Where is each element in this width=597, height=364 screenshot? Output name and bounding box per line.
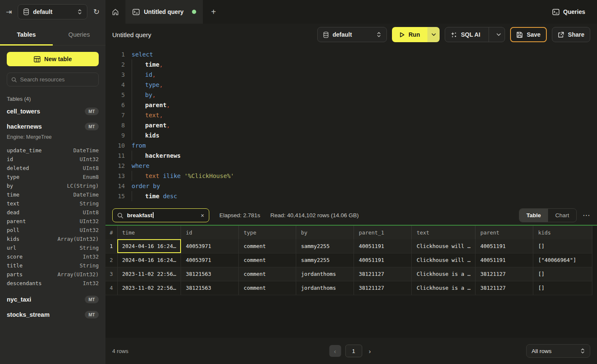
result-cell[interactable]: 2023-11-02 22:56… <box>117 267 181 281</box>
result-cell[interactable]: Clickhouse will … <box>412 253 475 267</box>
editor-line[interactable]: 12where <box>105 161 597 171</box>
result-cell[interactable]: 38121563 <box>181 267 239 281</box>
editor-line[interactable]: 3id, <box>105 70 597 80</box>
table-column-row: timeDateTime <box>0 190 105 199</box>
row-number[interactable]: 3 <box>105 267 117 281</box>
sql-editor[interactable]: 1select2time,3id,4type,5by,6parent,7text… <box>105 46 597 206</box>
more-options-icon[interactable]: ⋯ <box>583 211 590 220</box>
editor-line[interactable]: 15time desc <box>105 191 597 201</box>
result-header-cell[interactable]: parent <box>475 226 533 239</box>
result-cell[interactable]: 40051191 <box>354 253 412 267</box>
result-cell[interactable]: Clickhouse is a … <box>412 267 475 281</box>
result-cell[interactable]: jordanthoms <box>296 281 354 295</box>
result-cell[interactable]: Clickhouse will … <box>412 239 475 253</box>
result-cell[interactable]: Clickhouse is a … <box>412 281 475 295</box>
code-text: order by <box>132 181 160 191</box>
results-search[interactable]: breakfast × <box>112 208 209 222</box>
result-cell[interactable]: comment <box>239 281 296 295</box>
result-cell[interactable]: 38121563 <box>181 281 239 295</box>
queries-button[interactable]: Queries <box>552 0 597 24</box>
view-toggle-table[interactable]: Table <box>519 209 548 222</box>
new-table-button[interactable]: New table <box>7 52 99 66</box>
run-options-button[interactable] <box>427 27 440 42</box>
result-header-cell[interactable]: id <box>181 226 239 239</box>
result-cell[interactable]: 40053971 <box>181 253 239 267</box>
result-cell[interactable]: 2023-11-02 22:56… <box>117 281 181 295</box>
page-number-input[interactable]: 1 <box>345 345 362 357</box>
sidebar-table-row[interactable]: stocks_streamMT <box>0 307 105 322</box>
sidebar-tab-queries[interactable]: Queries <box>53 24 105 45</box>
query-database-selector[interactable]: default <box>317 27 387 42</box>
sidebar-search[interactable] <box>7 73 99 86</box>
editor-line[interactable]: 13text ilike '%ClickHouse%' <box>105 171 597 181</box>
result-cell[interactable]: sammy2255 <box>296 253 354 267</box>
save-button[interactable]: Save <box>510 27 547 42</box>
sidebar-table-row[interactable]: hackernewsMT <box>0 119 105 134</box>
page-size-selector[interactable]: All rows <box>526 344 590 358</box>
row-number[interactable]: 1 <box>105 239 117 253</box>
editor-line[interactable]: 10from <box>105 140 597 151</box>
results-search-input[interactable]: breakfast <box>127 212 197 218</box>
new-tab-button[interactable]: + <box>203 0 224 24</box>
result-cell[interactable]: 2024-04-16 16:24… <box>117 253 181 267</box>
result-cell[interactable]: comment <box>239 239 296 253</box>
result-header-cell[interactable]: parent_1 <box>354 226 412 239</box>
editor-line[interactable]: 11hackernews <box>105 151 597 161</box>
sidebar-tab-tables[interactable]: Tables <box>0 24 53 45</box>
result-cell[interactable]: 38121127 <box>475 267 533 281</box>
home-button[interactable] <box>105 0 126 24</box>
sql-ai-options-button[interactable] <box>493 33 505 36</box>
column-name: url <box>7 245 16 251</box>
result-cell[interactable]: 40051191 <box>475 239 533 253</box>
result-header-cell[interactable]: kids <box>533 226 592 239</box>
sql-ai-button[interactable]: SQL AI <box>445 27 505 42</box>
collapse-sidebar-icon[interactable]: ⇥ <box>6 8 12 16</box>
sidebar-table-row[interactable]: nyc_taxiMT <box>0 292 105 307</box>
database-icon <box>323 32 329 38</box>
prev-page-button[interactable]: ‹ <box>329 345 341 357</box>
result-cell[interactable]: 38121127 <box>354 267 412 281</box>
result-cell[interactable]: comment <box>239 253 296 267</box>
result-cell[interactable]: jordanthoms <box>296 267 354 281</box>
result-header-cell[interactable]: time <box>117 226 181 239</box>
editor-line[interactable]: 14order by <box>105 181 597 191</box>
view-toggle-chart[interactable]: Chart <box>548 209 576 222</box>
result-header-cell[interactable]: text <box>412 226 475 239</box>
result-cell[interactable]: 40051191 <box>354 239 412 253</box>
result-cell[interactable]: [] <box>533 267 592 281</box>
result-cell[interactable]: sammy2255 <box>296 239 354 253</box>
editor-line[interactable]: 1select <box>105 49 597 59</box>
tab-untitled-query[interactable]: Untitled query <box>126 0 203 24</box>
result-cell[interactable]: 40051191 <box>475 253 533 267</box>
result-cell[interactable]: 40053971 <box>181 239 239 253</box>
column-name: parent <box>7 218 26 224</box>
row-number[interactable]: 4 <box>105 281 117 295</box>
editor-line[interactable]: 6parent, <box>105 100 597 110</box>
share-button[interactable]: Share <box>552 27 590 42</box>
result-cell[interactable]: ["40066964"] <box>533 253 592 267</box>
result-header-cell[interactable]: type <box>239 226 296 239</box>
row-number[interactable]: 2 <box>105 253 117 267</box>
editor-line[interactable]: 2time, <box>105 59 597 70</box>
clear-search-icon[interactable]: × <box>201 212 204 219</box>
result-header-cell[interactable]: # <box>105 226 117 239</box>
sidebar-table-row[interactable]: cell_towersMT <box>0 104 105 119</box>
run-button[interactable]: Run <box>392 27 427 42</box>
result-cell[interactable]: [] <box>533 239 592 253</box>
editor-line[interactable]: 4type, <box>105 80 597 90</box>
refresh-icon[interactable]: ↻ <box>93 8 100 16</box>
editor-line[interactable]: 9kids <box>105 130 597 140</box>
database-selector[interactable]: default <box>18 4 87 19</box>
result-cell[interactable]: 38121127 <box>475 281 533 295</box>
editor-line[interactable]: 5by, <box>105 90 597 100</box>
result-cell[interactable]: [] <box>533 281 592 295</box>
result-cell[interactable]: 2024-04-16 16:24… <box>117 239 181 253</box>
result-cell[interactable]: comment <box>239 267 296 281</box>
editor-line[interactable]: 8parent, <box>105 120 597 130</box>
result-header-cell[interactable]: by <box>296 226 354 239</box>
next-page-button[interactable]: › <box>366 348 373 355</box>
code-text: kids <box>132 130 159 140</box>
editor-line[interactable]: 7text, <box>105 110 597 120</box>
sidebar-search-input[interactable] <box>20 76 94 83</box>
result-cell[interactable]: 38121127 <box>354 281 412 295</box>
